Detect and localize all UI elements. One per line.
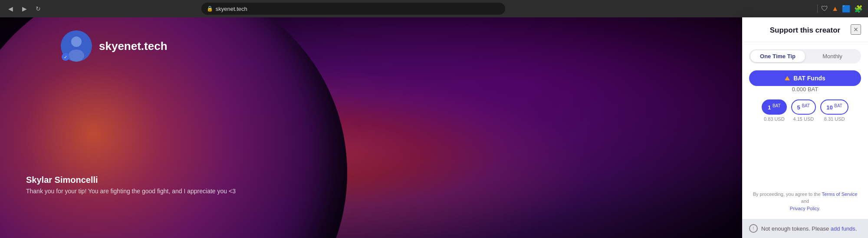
toggle-tabs: One Time Tip Monthly — [749, 49, 861, 63]
panel-title: Support this creator — [770, 26, 840, 34]
address-bar: 🔒 skyenet.tech — [201, 3, 505, 15]
amount-usd-5: 4.15 USD — [793, 116, 814, 122]
amount-options: 1 BAT 0.83 USD 5 BAT 4.15 USD 10 BAT 8.3… — [749, 99, 861, 122]
tab-one-time[interactable]: One Time Tip — [750, 50, 805, 62]
verified-badge: ✓ — [62, 53, 69, 61]
amount-option-10: 10 BAT 8.31 USD — [820, 99, 848, 122]
svg-point-1 — [71, 36, 82, 47]
refresh-button[interactable]: ↻ — [33, 3, 43, 14]
footer-text: Not enough tokens. Please add funds. — [761, 225, 857, 232]
terms-of-service-link[interactable]: Terms of Service — [822, 192, 857, 197]
svg-point-2 — [69, 50, 84, 62]
support-panel: Support this creator × One Time Tip Mont… — [742, 17, 868, 238]
extensions-icon[interactable]: 🧩 — [854, 5, 863, 13]
warning-icon: ! — [749, 224, 758, 233]
close-button[interactable]: × — [851, 24, 861, 35]
creator-info: Skylar Simoncelli Thank you for your tip… — [26, 175, 236, 195]
browser-chrome: ◀ ▶ ↻ 🔒 skyenet.tech 🛡 ▲ 🟦 🧩 — [0, 0, 868, 17]
site-name: skyenet.tech — [99, 40, 168, 53]
avatar-container: ✓ — [61, 30, 92, 62]
brave-rewards-icon[interactable]: ▲ — [832, 5, 838, 13]
url-text[interactable]: skyenet.tech — [216, 6, 247, 12]
bat-logo-icon — [785, 76, 790, 80]
amount-button-10[interactable]: 10 BAT — [820, 99, 848, 115]
bat-funds-button[interactable]: BAT Funds — [749, 70, 861, 86]
panel-header: Support this creator × — [742, 17, 868, 42]
panel-body: One Time Tip Monthly BAT Funds 0.000 BAT — [742, 42, 868, 219]
forward-button[interactable]: ▶ — [19, 3, 30, 14]
creator-name: Skylar Simoncelli — [26, 175, 236, 185]
amount-usd-1: 0.83 USD — [764, 116, 785, 122]
brave-shield-icon[interactable]: 🛡 — [821, 5, 828, 13]
privacy-policy-link[interactable]: Privacy Policy — [790, 206, 819, 211]
back-button[interactable]: ◀ — [5, 3, 16, 14]
profile-icon[interactable]: 🟦 — [842, 5, 851, 13]
add-funds-link[interactable]: add funds — [831, 225, 855, 232]
amount-button-1[interactable]: 1 BAT — [762, 99, 787, 115]
terms-text: By proceeding, you agree to the Terms of… — [749, 191, 861, 212]
amount-button-5[interactable]: 5 BAT — [791, 99, 816, 115]
tab-monthly[interactable]: Monthly — [805, 50, 860, 62]
main-container: ✓ skyenet.tech Skylar Simoncelli Thank y… — [0, 17, 868, 238]
planet-circle — [0, 17, 347, 238]
panel-footer: ! Not enough tokens. Please add funds. — [742, 219, 868, 238]
amount-option-5: 5 BAT 4.15 USD — [791, 99, 816, 122]
lock-icon: 🔒 — [207, 6, 213, 12]
amount-usd-10: 8.31 USD — [824, 116, 845, 122]
bat-funds-section: BAT Funds 0.000 BAT — [749, 70, 861, 93]
site-header: ✓ skyenet.tech — [61, 30, 168, 62]
website-content: ✓ skyenet.tech Skylar Simoncelli Thank y… — [0, 17, 742, 238]
amount-option-1: 1 BAT 0.83 USD — [762, 99, 787, 122]
browser-right-icons: 🛡 ▲ 🟦 🧩 — [817, 4, 863, 13]
creator-message: Thank you for your tip! You are fighting… — [26, 188, 236, 195]
divider — [817, 4, 818, 13]
bat-balance: 0.000 BAT — [749, 86, 861, 93]
